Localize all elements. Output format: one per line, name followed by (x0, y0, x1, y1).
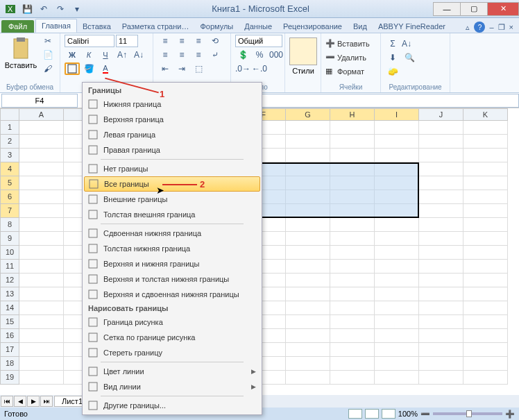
row-header-14[interactable]: 14 (0, 301, 19, 315)
qat-customize-icon[interactable]: ▾ (69, 2, 85, 16)
cell-A10[interactable] (19, 246, 64, 260)
insert-cells-button[interactable]: ➕Вставить (325, 37, 370, 50)
styles-button[interactable]: Стили (289, 35, 317, 75)
cell-A8[interactable] (19, 218, 64, 232)
decrease-decimal-button[interactable]: ←.0 (252, 62, 267, 75)
border-menu-item[interactable]: Другие границы... (84, 398, 260, 413)
align-center-button[interactable]: ≡ (174, 49, 189, 61)
tab-data[interactable]: Данные (239, 20, 278, 33)
cell-G16[interactable] (286, 329, 330, 343)
border-menu-item[interactable]: Верхняя и нижняя границы (84, 256, 260, 271)
cell-H3[interactable] (330, 149, 375, 162)
mdi-close-icon[interactable]: × (509, 23, 513, 31)
col-header-A[interactable]: A (19, 108, 64, 121)
cell-K4[interactable] (463, 162, 508, 176)
row-header-17[interactable]: 17 (0, 343, 19, 357)
cell-I11[interactable] (375, 260, 419, 274)
cell-H17[interactable] (330, 343, 375, 357)
underline-button[interactable]: Ч (98, 49, 113, 61)
cell-K12[interactable] (463, 274, 508, 287)
col-header-J[interactable]: J (419, 108, 463, 121)
cell-K10[interactable] (463, 246, 508, 260)
cell-G14[interactable] (286, 301, 330, 315)
mdi-minimize-icon[interactable]: – (489, 23, 493, 31)
cell-A4[interactable] (19, 162, 64, 176)
italic-button[interactable]: К (81, 49, 96, 61)
cell-J15[interactable] (419, 315, 463, 329)
zoom-thumb[interactable] (466, 410, 472, 417)
border-menu-item[interactable]: Левая граница (84, 127, 260, 142)
cell-H15[interactable] (330, 315, 375, 329)
border-menu-item[interactable]: Сетка по границе рисунка (84, 330, 260, 345)
maximize-button[interactable]: ▢ (460, 2, 488, 16)
row-header-13[interactable]: 13 (0, 287, 19, 301)
align-left-button[interactable]: ≡ (158, 49, 173, 61)
number-format-combo[interactable] (235, 35, 282, 47)
row-header-12[interactable]: 12 (0, 274, 19, 287)
cell-K17[interactable] (463, 343, 508, 357)
cell-A15[interactable] (19, 315, 64, 329)
col-header-H[interactable]: H (330, 108, 375, 121)
cell-I5[interactable] (375, 176, 419, 190)
increase-indent-button[interactable]: ⇥ (174, 62, 189, 75)
cell-A13[interactable] (19, 287, 64, 301)
sort-filter-button[interactable]: A↓ (402, 37, 411, 50)
cell-J3[interactable] (419, 149, 463, 162)
border-menu-item[interactable]: Нижняя граница (84, 96, 260, 112)
cell-J8[interactable] (419, 218, 463, 232)
fill-button[interactable]: ⬇ (385, 51, 400, 64)
cell-A19[interactable] (19, 371, 64, 385)
comma-button[interactable]: 000 (269, 49, 284, 61)
cell-A5[interactable] (19, 176, 64, 190)
cell-K1[interactable] (463, 121, 508, 135)
tab-review[interactable]: Рецензирование (278, 20, 348, 33)
cell-J4[interactable] (419, 162, 463, 176)
cell-H10[interactable] (330, 246, 375, 260)
tab-abbyy[interactable]: ABBYY FineReader (373, 20, 451, 33)
cell-I10[interactable] (375, 246, 419, 260)
cell-A7[interactable] (19, 204, 64, 218)
cell-I6[interactable] (375, 190, 419, 204)
cell-J17[interactable] (419, 343, 463, 357)
cell-H5[interactable] (330, 176, 375, 190)
cell-A9[interactable] (19, 232, 64, 246)
cell-K9[interactable] (463, 232, 508, 246)
cell-J2[interactable] (419, 135, 463, 149)
decrease-font-button[interactable]: A↓ (131, 49, 146, 61)
row-header-4[interactable]: 4 (0, 162, 19, 176)
align-right-button[interactable]: ≡ (191, 49, 206, 61)
cell-A3[interactable] (19, 149, 64, 162)
cell-J1[interactable] (419, 121, 463, 135)
border-menu-item[interactable]: Правая граница (84, 142, 260, 158)
cell-A6[interactable] (19, 190, 64, 204)
border-menu-item[interactable]: Стереть границу (84, 345, 260, 360)
col-header-K[interactable]: K (463, 108, 508, 121)
cell-J9[interactable] (419, 232, 463, 246)
cell-H1[interactable] (330, 121, 375, 135)
tab-formulas[interactable]: Формулы (194, 20, 239, 33)
cell-G5[interactable] (286, 176, 330, 190)
close-button[interactable]: ✕ (487, 2, 519, 16)
sheet-nav-prev[interactable]: ◀ (14, 396, 26, 407)
redo-button[interactable]: ↷ (53, 2, 68, 16)
paste-button[interactable]: Вставить (4, 35, 37, 69)
cell-J11[interactable] (419, 260, 463, 274)
align-top-button[interactable]: ≡ (158, 35, 173, 47)
cell-G7[interactable] (286, 204, 330, 218)
cell-G2[interactable] (286, 135, 330, 149)
cell-K19[interactable] (463, 371, 508, 385)
cut-button[interactable]: ✂ (40, 35, 56, 47)
merge-button[interactable]: ⬚ (191, 62, 206, 75)
cell-H8[interactable] (330, 218, 375, 232)
tab-view[interactable]: Вид (348, 20, 373, 33)
border-menu-item[interactable]: Нет границы (84, 161, 260, 176)
cell-J14[interactable] (419, 301, 463, 315)
cell-I16[interactable] (375, 329, 419, 343)
cell-H19[interactable] (330, 371, 375, 385)
cell-J18[interactable] (419, 357, 463, 371)
cell-H18[interactable] (330, 357, 375, 371)
cell-G1[interactable] (286, 121, 330, 135)
border-menu-item[interactable]: Граница рисунка (84, 314, 260, 330)
cell-H12[interactable] (330, 274, 375, 287)
cell-I9[interactable] (375, 232, 419, 246)
